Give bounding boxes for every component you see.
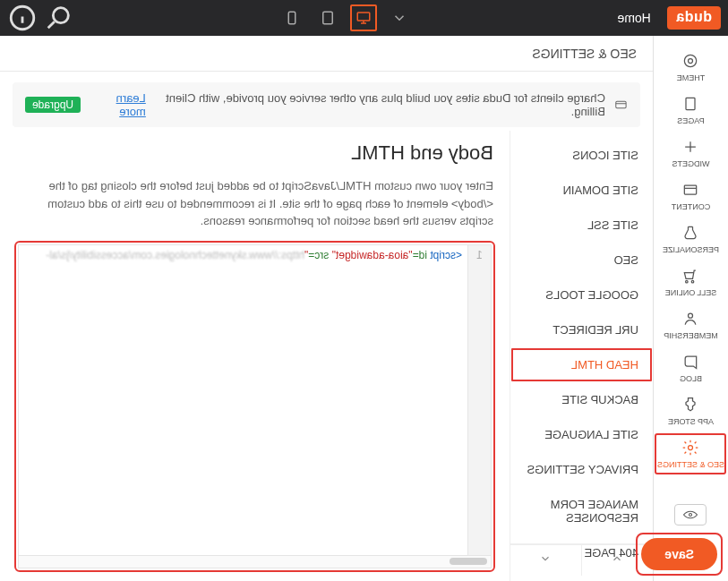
sidebar-item-blog[interactable]: BLOG bbox=[655, 347, 727, 389]
device-chevron-icon[interactable] bbox=[384, 3, 415, 33]
settings-scroll-down[interactable] bbox=[510, 544, 581, 576]
svg-point-10 bbox=[686, 280, 689, 283]
code-gutter: 1 bbox=[467, 245, 491, 556]
settings-item-url-redirect[interactable]: URL REDIRECT bbox=[510, 312, 653, 347]
sidebar-item-appstore[interactable]: APP STORE bbox=[655, 390, 727, 431]
svg-rect-1 bbox=[322, 12, 332, 24]
settings-item-seo[interactable]: SEO bbox=[510, 243, 653, 278]
brand-logo: duda bbox=[667, 6, 721, 30]
settings-item-privacy[interactable]: PRIVACY SETTINGS bbox=[510, 452, 653, 487]
sidebar-item-membership[interactable]: MEMBERSHIP bbox=[655, 304, 727, 346]
settings-item-site-language[interactable]: SITE LANGUAGE bbox=[510, 417, 653, 452]
billing-icon bbox=[614, 98, 628, 112]
code-scrollbar[interactable] bbox=[18, 556, 492, 568]
main-sidebar: THEME PAGES WIDGETS CONTENT PERSONALIZE … bbox=[653, 36, 728, 581]
save-button[interactable]: Save bbox=[641, 538, 717, 570]
code-line[interactable]: <script id="aioa-adawidget" src="https:/… bbox=[40, 245, 467, 556]
breadcrumb: SEO & SETTINGS bbox=[0, 36, 653, 72]
banner-text: Charge clients for Duda sites you build … bbox=[155, 91, 605, 118]
svg-point-5 bbox=[685, 55, 697, 66]
settings-item-site-domain[interactable]: SITE DOMAIN bbox=[510, 173, 653, 208]
svg-rect-8 bbox=[685, 185, 697, 194]
sidebar-item-sell[interactable]: SELL ONLINE bbox=[655, 261, 727, 303]
settings-nav: SITE ICONS SITE DOMAIN SITE SSL SEO GOOG… bbox=[510, 131, 653, 581]
svg-rect-7 bbox=[687, 98, 696, 109]
sidebar-item-seo-settings[interactable]: SEO & SETTINGS bbox=[655, 433, 727, 474]
svg-point-3 bbox=[53, 8, 68, 23]
upgrade-banner: Charge clients for Duda sites you build … bbox=[13, 82, 640, 127]
svg-point-6 bbox=[689, 59, 693, 64]
upgrade-badge[interactable]: Upgrade bbox=[25, 97, 81, 113]
settings-item-backup-site[interactable]: BACKUP SITE bbox=[510, 382, 653, 417]
device-tablet-icon[interactable] bbox=[313, 3, 343, 33]
sidebar-item-theme[interactable]: THEME bbox=[655, 47, 727, 88]
svg-rect-0 bbox=[357, 13, 370, 21]
info-icon[interactable] bbox=[7, 3, 38, 33]
page-selector[interactable]: Home bbox=[617, 11, 650, 25]
settings-item-head-html[interactable]: HEAD HTML bbox=[510, 347, 653, 382]
code-editor[interactable]: 1 <script id="aioa-adawidget" src="https… bbox=[16, 243, 493, 571]
settings-item-site-icons[interactable]: SITE ICONS bbox=[510, 138, 653, 173]
svg-rect-14 bbox=[616, 101, 626, 108]
learn-more-link[interactable]: Learn more bbox=[90, 91, 146, 118]
settings-item-site-ssl[interactable]: SITE SSL bbox=[510, 208, 653, 243]
settings-item-google-tools[interactable]: GOOGLE TOOLS bbox=[510, 278, 653, 312]
device-desktop-icon[interactable] bbox=[348, 3, 379, 33]
svg-point-11 bbox=[689, 313, 693, 318]
preview-icon[interactable] bbox=[675, 504, 707, 525]
svg-point-12 bbox=[689, 446, 693, 450]
svg-rect-2 bbox=[288, 12, 295, 24]
svg-point-9 bbox=[692, 280, 695, 283]
sidebar-item-content[interactable]: CONTENT bbox=[655, 175, 727, 217]
device-mobile-icon[interactable] bbox=[277, 3, 307, 33]
sidebar-item-pages[interactable]: PAGES bbox=[655, 90, 727, 131]
svg-point-13 bbox=[689, 514, 692, 517]
sidebar-item-widgets[interactable]: WIDGETS bbox=[655, 132, 727, 174]
sidebar-item-personalize[interactable]: PERSONALIZE bbox=[655, 218, 727, 260]
search-icon[interactable] bbox=[43, 3, 73, 33]
content-title: Body end HTML bbox=[16, 141, 493, 165]
settings-item-form-responses[interactable]: MANAGE FORM RESPONSES bbox=[510, 487, 653, 535]
content-description: Enter your own custom HTML/JavaScript to… bbox=[16, 177, 493, 230]
